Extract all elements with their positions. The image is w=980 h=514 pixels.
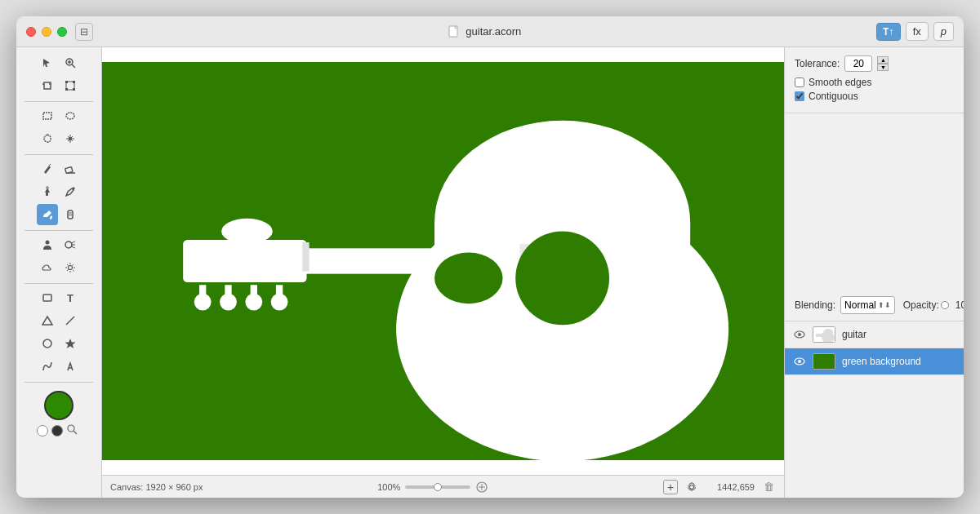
- maximize-button[interactable]: [57, 27, 67, 37]
- text-tool-button[interactable]: T↑: [876, 23, 901, 41]
- tolerance-increment[interactable]: ▲: [877, 56, 889, 64]
- canvas-top-strip: [102, 47, 784, 62]
- layer-eye-guitar[interactable]: [793, 328, 806, 341]
- magic-wand-tool[interactable]: [60, 128, 81, 149]
- zoom-tool-small[interactable]: [66, 423, 81, 438]
- svg-line-40: [73, 270, 74, 272]
- smooth-edges-row: Smooth edges: [795, 77, 954, 88]
- smooth-edges-label: Smooth edges: [808, 77, 871, 88]
- blending-label: Blending:: [795, 299, 835, 311]
- canvas-size-label: Canvas: 1920 × 960 px: [110, 482, 203, 492]
- svg-rect-62: [199, 285, 206, 302]
- arrow-tool[interactable]: [37, 52, 58, 73]
- svg-line-50: [74, 431, 77, 434]
- sidebar-toggle-button[interactable]: ⊟: [75, 23, 93, 41]
- star-tool[interactable]: [60, 333, 81, 354]
- tool-row-8: [37, 234, 81, 255]
- svg-marker-1: [43, 59, 50, 67]
- titlebar-right: T↑ fx p: [876, 22, 954, 41]
- tolerance-stepper: ▲ ▼: [877, 56, 889, 71]
- tool-row-10: T: [37, 287, 81, 308]
- tool-row-9: [37, 257, 81, 278]
- crop-tool[interactable]: [37, 75, 58, 96]
- person-tool[interactable]: [37, 234, 58, 255]
- blending-select[interactable]: Normal ⬆⬇: [840, 296, 895, 314]
- pencil-tool[interactable]: [60, 181, 81, 202]
- pen-tool[interactable]: [37, 158, 58, 179]
- minimize-button[interactable]: [42, 27, 51, 37]
- tolerance-decrement[interactable]: ▼: [877, 64, 889, 71]
- tolerance-label: Tolerance:: [795, 58, 840, 69]
- paint-bucket-tool[interactable]: [37, 204, 58, 225]
- window-controls: [26, 27, 67, 37]
- titlebar: ⊟ guitar.acorn T↑ fx p: [16, 16, 964, 47]
- zoom-percent: 100%: [377, 482, 400, 492]
- layer-eye-green[interactable]: [793, 355, 806, 368]
- svg-rect-79: [816, 334, 823, 337]
- smudge-tool[interactable]: [60, 234, 81, 255]
- add-layer-button[interactable]: +: [663, 480, 678, 494]
- tool-row-11: [37, 310, 81, 331]
- cloud-tool[interactable]: [37, 257, 58, 278]
- color-swatch[interactable]: [44, 391, 74, 420]
- zoom-tool[interactable]: [60, 52, 81, 73]
- zoom-slider[interactable]: [405, 485, 470, 489]
- canvas-bottom-strip: [102, 460, 784, 475]
- layer-name-guitar: guitar: [842, 329, 956, 340]
- blending-row: Blending: Normal ⬆⬇ Opacity: 100%: [785, 290, 964, 321]
- eraser-tool[interactable]: [60, 158, 81, 179]
- white-color[interactable]: [37, 425, 48, 436]
- black-color[interactable]: [51, 425, 63, 436]
- svg-point-69: [436, 255, 501, 302]
- canvas-inner[interactable]: [102, 47, 784, 475]
- svg-point-68: [515, 231, 609, 325]
- smooth-edges-checkbox[interactable]: [795, 78, 804, 87]
- transform-tool[interactable]: [60, 75, 81, 96]
- svg-point-34: [69, 266, 73, 270]
- layer-settings-button[interactable]: [684, 480, 699, 494]
- rect-select-tool[interactable]: [37, 105, 58, 126]
- tool-row-1: [37, 52, 81, 73]
- line-tool[interactable]: [60, 310, 81, 331]
- tool-row-12: [37, 333, 81, 354]
- contiguous-row: Contiguous: [795, 91, 954, 102]
- ink-tool[interactable]: [60, 204, 81, 225]
- svg-rect-24: [46, 193, 48, 196]
- zoom-fit-icon[interactable]: [475, 481, 488, 494]
- triangle-tool[interactable]: [37, 310, 58, 331]
- svg-rect-14: [43, 113, 51, 119]
- tolerance-input[interactable]: [844, 55, 872, 72]
- bezier-tool[interactable]: [37, 356, 58, 377]
- lasso-tool[interactable]: [37, 128, 58, 149]
- oval-select-tool[interactable]: [60, 105, 81, 126]
- svg-point-25: [47, 187, 49, 189]
- text-tool[interactable]: T: [60, 287, 81, 308]
- close-button[interactable]: [26, 27, 36, 37]
- svg-line-42: [67, 270, 69, 272]
- svg-point-57: [221, 219, 273, 244]
- circle-tool[interactable]: [37, 333, 58, 354]
- svg-point-73: [690, 485, 694, 489]
- svg-point-46: [43, 339, 51, 348]
- svg-line-33: [71, 246, 75, 248]
- layer-item-guitar[interactable]: guitar: [785, 321, 964, 348]
- svg-line-31: [71, 241, 75, 243]
- blending-value: Normal: [844, 299, 876, 311]
- svg-rect-6: [44, 82, 51, 89]
- p-button[interactable]: p: [933, 22, 954, 41]
- file-icon: [448, 25, 461, 38]
- eyedropper-tool[interactable]: [37, 181, 58, 202]
- delete-layer-button[interactable]: 🗑: [761, 480, 776, 494]
- fx-button[interactable]: fx: [906, 22, 929, 41]
- svg-point-81: [798, 360, 801, 363]
- contiguous-checkbox[interactable]: [795, 91, 804, 101]
- rect-shape-tool[interactable]: [37, 287, 58, 308]
- layer-item-green[interactable]: green background: [785, 348, 964, 375]
- handle-tool[interactable]: [60, 356, 81, 377]
- sun-tool[interactable]: [60, 257, 81, 278]
- svg-line-3: [72, 64, 75, 68]
- layer-name-green: green background: [842, 356, 956, 367]
- right-top-panel: Tolerance: ▲ ▼ Smooth edges Contiguous: [785, 47, 964, 113]
- layer-thumb-guitar: [813, 326, 835, 343]
- app-window: ⊟ guitar.acorn T↑ fx p: [16, 16, 964, 498]
